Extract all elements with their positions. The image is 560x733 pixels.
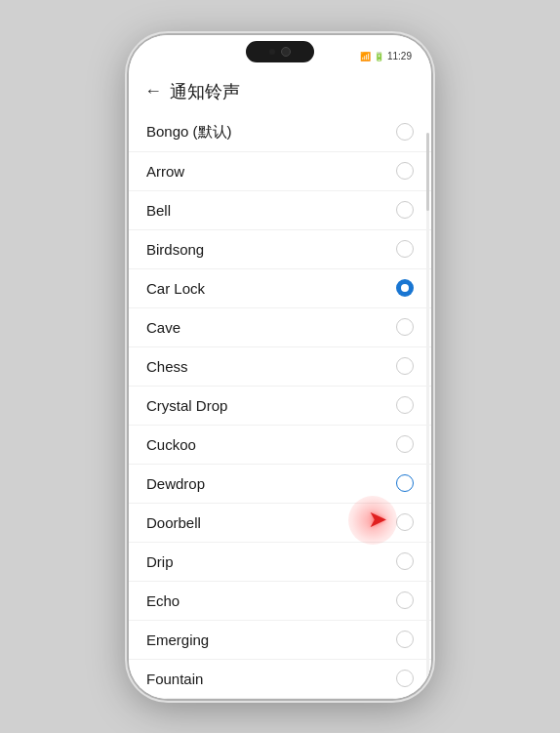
- list-item[interactable]: Doorbell: [129, 504, 431, 543]
- radio-button[interactable]: [396, 123, 414, 141]
- list-item[interactable]: Drip: [129, 543, 431, 582]
- ringtone-label: Chess: [146, 358, 188, 375]
- radio-button[interactable]: [396, 552, 414, 570]
- list-item[interactable]: Echo: [129, 582, 431, 621]
- ringtone-label: Echo: [146, 592, 180, 609]
- list-item[interactable]: Bell: [129, 191, 431, 230]
- radio-button[interactable]: [396, 162, 414, 180]
- phone-screen: 📶 🔋 11:29 ← 通知铃声 Bongo (默认)ArrowBellBird…: [129, 35, 431, 699]
- ringtone-label: Birdsong: [146, 241, 204, 258]
- signal-icon: 📶: [360, 52, 371, 61]
- phone-frame: 📶 🔋 11:29 ← 通知铃声 Bongo (默认)ArrowBellBird…: [129, 35, 431, 699]
- radio-button[interactable]: [396, 240, 414, 258]
- ringtone-label: Car Lock: [146, 280, 205, 297]
- list-item[interactable]: Cuckoo: [129, 426, 431, 465]
- status-right: 📶 🔋 11:29: [360, 51, 412, 61]
- front-sensor: [269, 49, 275, 55]
- radio-button[interactable]: [396, 513, 414, 531]
- page-title: 通知铃声: [170, 80, 240, 103]
- radio-button[interactable]: [396, 396, 414, 414]
- list-item[interactable]: Crystal Drop: [129, 387, 431, 426]
- ringtone-list[interactable]: Bongo (默认)ArrowBellBirdsongCar LockCaveC…: [129, 113, 431, 699]
- ringtone-label: Doorbell: [146, 514, 201, 531]
- ringtone-label: Drip: [146, 553, 174, 570]
- list-item[interactable]: Fountain: [129, 660, 431, 699]
- radio-button[interactable]: [396, 474, 414, 492]
- list-item[interactable]: Arrow: [129, 152, 431, 191]
- radio-button[interactable]: [396, 201, 414, 219]
- list-item[interactable]: Bongo (默认): [129, 113, 431, 152]
- ringtone-label: Emerging: [146, 631, 209, 648]
- radio-button[interactable]: [396, 591, 414, 609]
- list-item[interactable]: Birdsong: [129, 230, 431, 269]
- back-button[interactable]: ←: [144, 81, 162, 102]
- scrollbar-thumb[interactable]: [426, 133, 429, 211]
- ringtone-label: Crystal Drop: [146, 397, 227, 414]
- battery-icon: 🔋: [374, 52, 384, 61]
- scrollbar-track: [426, 133, 429, 679]
- radio-button[interactable]: [396, 435, 414, 453]
- ringtone-label: Bongo (默认): [146, 123, 232, 142]
- front-camera: [281, 47, 291, 57]
- list-item[interactable]: Chess: [129, 347, 431, 387]
- list-item[interactable]: Dewdrop: [129, 465, 431, 504]
- radio-button[interactable]: [396, 631, 414, 648]
- list-item[interactable]: Cave: [129, 308, 431, 347]
- ringtone-label: Fountain: [146, 671, 203, 687]
- radio-button[interactable]: [396, 318, 414, 336]
- ringtone-label: Cuckoo: [146, 436, 196, 453]
- ringtone-label: Dewdrop: [146, 475, 205, 492]
- notch: [246, 41, 314, 62]
- list-item[interactable]: Car Lock: [129, 269, 431, 308]
- radio-button[interactable]: [396, 670, 414, 687]
- time-display: 11:29: [387, 51, 412, 61]
- radio-button[interactable]: [396, 357, 414, 375]
- list-item[interactable]: Emerging: [129, 621, 431, 660]
- ringtone-label: Bell: [146, 202, 171, 219]
- status-bar: 📶 🔋 11:29: [129, 35, 431, 70]
- ringtone-label: Arrow: [146, 163, 184, 180]
- ringtone-label: Cave: [146, 319, 180, 336]
- radio-button[interactable]: [396, 279, 414, 297]
- page-header: ← 通知铃声: [129, 70, 431, 113]
